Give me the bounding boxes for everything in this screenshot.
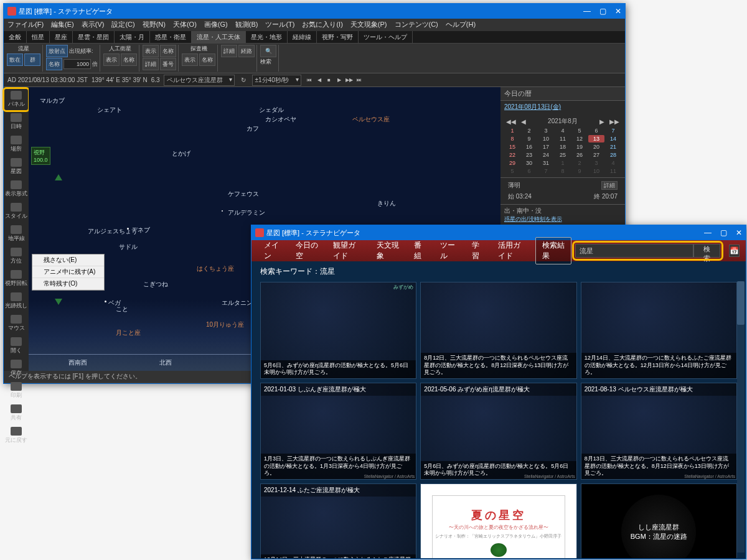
tab-stars[interactable]: 恒星 bbox=[27, 31, 50, 43]
result-card-summer[interactable]: 夏の星空〜天の川への旅と夏の夜空をかざる流れ星〜シナリオ・制作：「宮崎エリックス… bbox=[420, 483, 576, 558]
stop-icon[interactable]: ■ bbox=[325, 76, 334, 85]
btn-search-tool[interactable]: 🔍 bbox=[260, 45, 276, 57]
scrollbar-thumb[interactable] bbox=[737, 281, 745, 325]
result-card[interactable]: 2021-05-06 みずがめ座η流星群が極大5月6日、みずがめ座η流星群の活動… bbox=[420, 383, 576, 480]
sidebar-share[interactable]: 共有 bbox=[4, 402, 29, 424]
first-icon[interactable]: ⏮ bbox=[305, 76, 314, 85]
tab-sunmoon[interactable]: 太陽・月 bbox=[115, 31, 150, 43]
titlebar[interactable]: 星図 [標準] - ステラナビゲータ — ▢ ✕ bbox=[4, 4, 625, 19]
prev-icon[interactable]: ◀ bbox=[315, 76, 324, 85]
menu-image[interactable]: 画像(G) bbox=[200, 19, 232, 31]
freq-input[interactable] bbox=[63, 59, 91, 69]
menu-file[interactable]: ファイル(F) bbox=[4, 19, 47, 31]
ctx-none[interactable]: 残さない(E) bbox=[32, 254, 104, 266]
btn-name1[interactable]: 名称 bbox=[46, 58, 62, 70]
nav-program[interactable]: 番組 bbox=[408, 238, 431, 264]
calendar-icon[interactable]: 📅 bbox=[729, 245, 740, 257]
down-arrow-icon[interactable] bbox=[55, 299, 62, 305]
sidebar-trail[interactable]: 光跡残し bbox=[4, 290, 29, 312]
btn-sat-name[interactable]: 名称 bbox=[121, 54, 137, 66]
btn-shower[interactable]: 群 bbox=[24, 54, 40, 66]
btn-sat-show[interactable]: 表示 bbox=[103, 54, 120, 66]
nav-learn[interactable]: 学習 bbox=[466, 238, 489, 264]
coords[interactable]: 139° 44' E 35° 39' N bbox=[92, 77, 148, 83]
sidebar-location[interactable]: 場所 bbox=[4, 133, 29, 156]
menu-tools[interactable]: ツール(T) bbox=[261, 19, 298, 31]
tab-toolhelp[interactable]: ツール・ヘルプ bbox=[359, 31, 413, 43]
result-card[interactable]: みずがめ5月6日、みずがめ座η流星群の活動が極大となる。5月6日未明から明け方が… bbox=[260, 282, 416, 379]
menu-phenomena[interactable]: 天文現象(P) bbox=[347, 19, 391, 31]
cal-next-icon[interactable]: ▶ bbox=[598, 118, 606, 125]
sidebar-open[interactable]: 開く bbox=[4, 335, 29, 357]
ctx-always[interactable]: 常時残す(O) bbox=[32, 278, 104, 290]
sidebar-rotate[interactable]: 視野回転 bbox=[4, 268, 29, 290]
sidebar-azimuth[interactable]: 方位 bbox=[4, 245, 29, 268]
cal-next2-icon[interactable]: ▶▶ bbox=[608, 118, 621, 125]
sidebar-style[interactable]: スタイル bbox=[4, 200, 29, 223]
up-arrow-icon[interactable] bbox=[55, 174, 62, 180]
nav-tools[interactable]: ツール bbox=[434, 238, 463, 264]
cal-prev2-icon[interactable]: ◀◀ bbox=[504, 118, 518, 125]
next-icon[interactable]: ▶▶ bbox=[345, 76, 354, 85]
results-scrollbar[interactable] bbox=[737, 281, 745, 553]
loop-icon[interactable]: ↻ bbox=[238, 77, 248, 83]
btn-g6a[interactable]: 名称 bbox=[199, 54, 215, 66]
result-card[interactable]: 8月12日、三大流星群の一つに数えられるペルセウス座流星群の活動が極大となる。8… bbox=[420, 282, 576, 379]
ctx-anime[interactable]: アニメ中に残す(A) bbox=[32, 266, 104, 278]
result-card[interactable]: 2021-08-13 ペルセウス座流星群が極大8月13日、三大流星群の一つに数え… bbox=[581, 383, 737, 480]
tab-planets[interactable]: 惑星・衛星 bbox=[150, 31, 192, 43]
menu-edit[interactable]: 編集(E) bbox=[47, 19, 78, 31]
nav-usage[interactable]: 活用ガイド bbox=[492, 238, 532, 264]
menu-view[interactable]: 表示(V) bbox=[78, 19, 108, 31]
close-icon[interactable]: ✕ bbox=[736, 228, 742, 237]
result-card[interactable]: 2021-01-03 しぶんぎ座流星群が極大1月3日、三大流星群の一つに数えられ… bbox=[260, 383, 416, 480]
nav-today[interactable]: 今日の空 bbox=[289, 238, 324, 264]
play-icon[interactable]: ▶ bbox=[335, 76, 344, 85]
result-card[interactable]: 12月14日、三大流星群の一つに数えられるふたご座流星群の活動が極大となる。12… bbox=[581, 282, 737, 379]
nav-phenomena[interactable]: 天文現象 bbox=[370, 238, 405, 264]
nav-guide[interactable]: 観望ガイド bbox=[327, 238, 367, 264]
maximize-icon[interactable]: ▢ bbox=[599, 7, 606, 16]
sidebar-undo[interactable]: 元に戻す bbox=[4, 424, 29, 447]
tab-nebulae[interactable]: 星雲・星団 bbox=[73, 31, 115, 43]
maximize-icon[interactable]: ▢ bbox=[720, 228, 727, 237]
almanac-date[interactable]: 2021年08月13日(金) bbox=[500, 101, 625, 113]
calendar-grid[interactable]: 1234567 891011121314 15161718192021 2223… bbox=[504, 127, 621, 175]
btn-g6b[interactable]: 経路 bbox=[238, 45, 255, 57]
sidebar-print[interactable]: 印刷 bbox=[4, 380, 29, 402]
last-icon[interactable]: ⏭ bbox=[355, 76, 364, 85]
nav-main[interactable]: メイン bbox=[258, 238, 287, 264]
datetime[interactable]: AD 2021/08/13 03:30:00 JST bbox=[7, 77, 88, 83]
tab-fov[interactable]: 視野・写野 bbox=[317, 31, 359, 43]
speed-combo[interactable]: ±1分40秒/秒 bbox=[252, 75, 301, 86]
tab-grid[interactable]: 経緯線 bbox=[288, 31, 317, 43]
btn-g4a[interactable]: 名称 bbox=[160, 45, 176, 57]
menu-help[interactable]: ヘルプ(H) bbox=[442, 19, 479, 31]
menu-observe[interactable]: 観測(B) bbox=[232, 19, 262, 31]
fov-indicator[interactable]: 視野100.0 bbox=[31, 147, 50, 165]
search-input[interactable] bbox=[575, 244, 693, 258]
sidebar-panel[interactable]: パネル bbox=[4, 88, 29, 111]
search-button[interactable]: 検索 bbox=[693, 244, 720, 258]
minimize-icon[interactable]: — bbox=[704, 228, 712, 237]
mag-value[interactable]: 6.3 bbox=[151, 77, 160, 83]
sidebar-display[interactable]: 表示形式 bbox=[4, 178, 29, 200]
tab-constellations[interactable]: 星座 bbox=[50, 31, 73, 43]
rise-sub[interactable]: 惑星の出/没時刻を表示 bbox=[504, 215, 621, 223]
menu-fov[interactable]: 視野(N) bbox=[139, 19, 169, 31]
nav-results[interactable]: 検索結果 bbox=[535, 237, 571, 264]
btn-g3a[interactable]: 表示 bbox=[143, 45, 159, 57]
twilight-detail-button[interactable]: 詳細 bbox=[601, 181, 618, 190]
sidebar-datetime[interactable]: 日時 bbox=[4, 111, 29, 133]
close-icon[interactable]: ✕ bbox=[615, 7, 621, 16]
sidebar-starmap[interactable]: 星図 bbox=[4, 156, 29, 178]
sidebar-mouse[interactable]: マウス bbox=[4, 312, 29, 335]
menu-object[interactable]: 天体(O) bbox=[169, 19, 200, 31]
tab-meteors[interactable]: 流星・人工天体 bbox=[192, 31, 246, 43]
btn-sporadic[interactable]: 散在 bbox=[7, 54, 23, 66]
btn-g3b[interactable]: 詳細 bbox=[143, 58, 159, 70]
menu-favorites[interactable]: お気に入り(I) bbox=[298, 19, 346, 31]
tab-skyglow[interactable]: 星光・地形 bbox=[246, 31, 288, 43]
sidebar-horizon[interactable]: 地平線 bbox=[4, 223, 29, 245]
shower-combo[interactable]: ペルセウス座流星群 bbox=[164, 75, 235, 86]
